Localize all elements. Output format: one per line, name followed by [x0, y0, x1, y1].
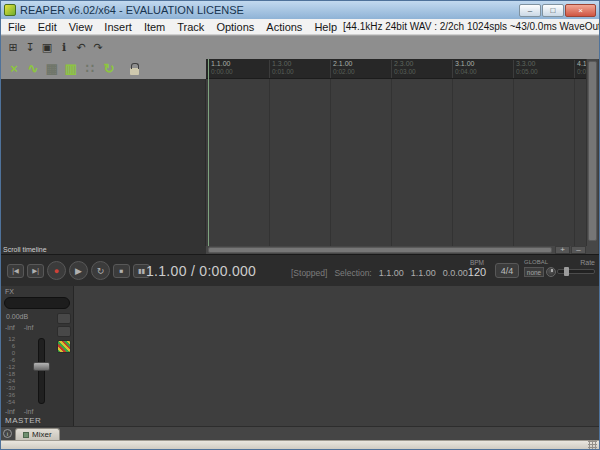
toggle-crossfade-button[interactable]: × [5, 60, 23, 78]
transport-bar: |◀▶|●▶↻■▮▮ 1.1.00 / 0:00.000 [Stopped] S… [1, 254, 599, 286]
selection-end[interactable]: 1.1.00 [411, 268, 436, 278]
new-project-button[interactable]: ⊞ [6, 40, 20, 55]
scroll-hint-text: Scroll timeline [3, 246, 47, 253]
toggle-grouping-button[interactable]: ▦ [43, 60, 61, 78]
toggle-grid-icon: ∷ [86, 61, 94, 76]
ruler-beat-label: 3.3.00 [516, 60, 538, 68]
meter-icon[interactable] [57, 340, 71, 353]
toggle-crossfade-icon: × [10, 61, 18, 76]
menu-item-actions[interactable]: Actions [260, 19, 308, 35]
ruler-time-label: 0:00.00 [211, 68, 233, 76]
repeat-button[interactable]: ↻ [91, 261, 110, 280]
minimize-button[interactable]: – [519, 4, 541, 17]
automation-mode-select[interactable]: none [524, 267, 544, 277]
toggle-grouping-icon: ▦ [46, 61, 58, 76]
go-to-start-button[interactable]: |◀ [7, 264, 24, 278]
zoom-in-button[interactable]: + [555, 246, 570, 254]
play-icon: ▶ [75, 266, 82, 276]
open-project-button[interactable]: ↧ [23, 40, 37, 55]
docker-menu-icon[interactable]: i [3, 429, 12, 438]
save-project-icon: ▣ [42, 41, 52, 53]
close-button[interactable]: × [565, 4, 596, 17]
db-scale-label: -12 [1, 364, 15, 371]
automation-knob-icon[interactable] [546, 267, 556, 277]
ruler-marker: 4.1.000:06.00 [574, 60, 586, 78]
save-project-button[interactable]: ▣ [40, 40, 54, 55]
menu-item-track[interactable]: Track [171, 19, 210, 35]
go-to-end-button[interactable]: ▶| [27, 264, 44, 278]
menu-item-file[interactable]: File [2, 19, 32, 35]
grid-line [452, 79, 453, 246]
horizontal-scrollbar-thumb[interactable] [208, 247, 552, 253]
project-settings-button[interactable]: ℹ [57, 40, 71, 55]
record-button[interactable]: ● [47, 261, 66, 280]
scrollbar-corner [586, 246, 598, 254]
toggle-snap-button[interactable]: ▥ [62, 60, 80, 78]
ruler-time-label: 0:05.00 [516, 68, 538, 76]
io-button[interactable] [57, 326, 71, 337]
fx-label[interactable]: FX [5, 288, 14, 295]
bpm-value[interactable]: 120 [462, 266, 492, 278]
time-signature-button[interactable]: 4/4 [495, 263, 519, 278]
transport-buttons: |◀▶|●▶↻■▮▮ [7, 261, 150, 280]
go-to-end-icon: ▶| [32, 267, 39, 275]
horizontal-scrollbar[interactable]: + – [206, 246, 586, 254]
toggle-envelope-button[interactable]: ∿ [24, 60, 42, 78]
redo-button[interactable]: ↷ [91, 40, 105, 55]
toggle-grid-button[interactable]: ∷ [81, 60, 99, 78]
env-button[interactable] [57, 313, 71, 324]
peak-readout-top: -inf -inf [5, 324, 33, 331]
transport-position[interactable]: 1.1.00 / 0:00.000 [146, 263, 256, 279]
vertical-scrollbar[interactable] [586, 59, 598, 246]
peak-left-bottom: -inf [5, 408, 15, 415]
fx-chain-slot[interactable] [4, 297, 70, 309]
menu-item-options[interactable]: Options [210, 19, 260, 35]
repeat-icon: ↻ [97, 266, 105, 276]
toggle-ripple-button[interactable]: ↻ [100, 60, 118, 78]
volume-fader[interactable] [38, 338, 45, 404]
toolbar-row1: ⊞↧▣ℹ↶↷ [1, 35, 599, 59]
menu-item-item[interactable]: Item [138, 19, 171, 35]
volume-readout: 0.00dB [6, 313, 28, 320]
tab-mixer[interactable]: Mixer [15, 428, 60, 440]
title-bar[interactable]: REAPER v6.02/x64 - EVALUATION LICENSE – … [1, 1, 599, 19]
grid-line [269, 79, 270, 246]
playrate-slider-thumb[interactable] [564, 267, 569, 276]
menu-item-help[interactable]: Help [308, 19, 343, 35]
menu-item-view[interactable]: View [63, 19, 99, 35]
timeline-ruler[interactable]: 1.1.000:00.001.3.000:01.002.1.000:02.002… [206, 59, 586, 79]
playrate-slider[interactable] [557, 269, 595, 274]
ruler-marker: 1.3.000:01.00 [269, 60, 294, 78]
selection-start[interactable]: 1.1.00 [379, 268, 404, 278]
master-channel-strip: FX 0.00dB -inf -inf 1260-6-12-18-24-30-3… [1, 286, 74, 426]
menu-item-edit[interactable]: Edit [32, 19, 63, 35]
ruler-time-label: 0:06.00 [577, 68, 586, 76]
reaper-window: REAPER v6.02/x64 - EVALUATION LICENSE – … [0, 0, 600, 450]
undo-button[interactable]: ↶ [74, 40, 88, 55]
play-button[interactable]: ▶ [69, 261, 88, 280]
scroll-hint: Scroll timeline [1, 246, 206, 254]
zoom-out-button[interactable]: – [571, 246, 586, 254]
toggle-lock-button[interactable] [125, 60, 143, 78]
db-scale-label: -54 [1, 399, 15, 406]
track-panel[interactable] [1, 79, 206, 246]
ruler-beat-label: 4.1.00 [577, 60, 586, 68]
ruler-marker: 3.1.000:04.00 [452, 60, 477, 78]
arrange-area[interactable] [206, 79, 586, 246]
vertical-scrollbar-thumb[interactable] [588, 61, 597, 241]
menu-item-insert[interactable]: Insert [98, 19, 138, 35]
record-icon: ● [54, 266, 59, 276]
toggle-ripple-icon: ↻ [104, 61, 115, 76]
docker-area [1, 286, 599, 426]
selection-readout: [Stopped] Selection: 1.1.00 1.1.00 0.0.0… [291, 268, 468, 278]
menu-bar: FileEditViewInsertItemTrackOptionsAction… [1, 19, 599, 35]
grid-line [391, 79, 392, 246]
maximize-button[interactable]: □ [542, 4, 564, 17]
global-automation-row: none [524, 267, 556, 277]
playrate-group: Rate [557, 259, 595, 274]
edit-cursor [208, 59, 209, 246]
stop-button[interactable]: ■ [113, 264, 130, 278]
grid-line [574, 79, 575, 246]
resize-grip[interactable] [588, 440, 597, 449]
volume-fader-thumb[interactable] [33, 362, 50, 371]
